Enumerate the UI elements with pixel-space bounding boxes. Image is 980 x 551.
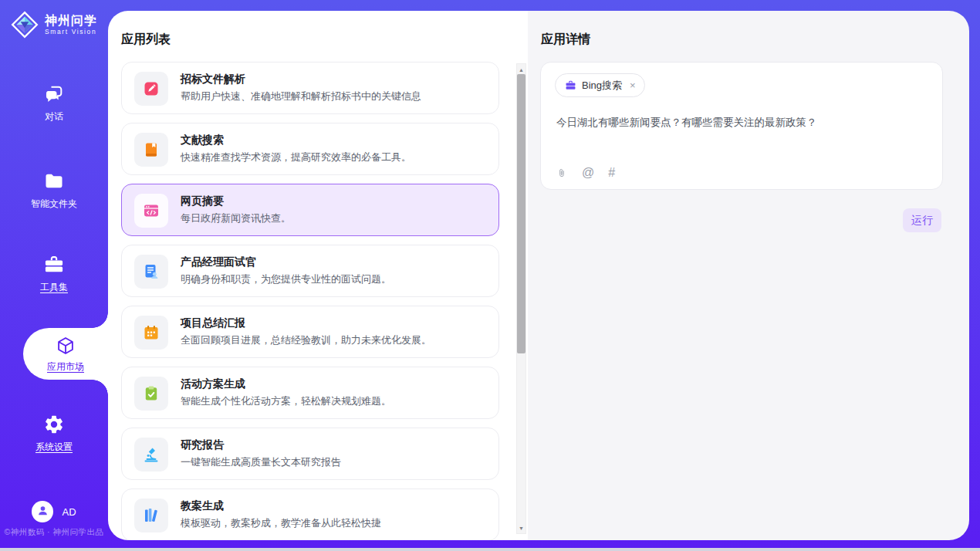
sidebar-item-系统设置[interactable]: 系统设置: [0, 414, 108, 454]
app-detail-title: 应用详情: [541, 32, 590, 48]
books-icon: [134, 499, 168, 532]
sidebar-item-label: 工具集: [40, 281, 68, 294]
app-list-item[interactable]: 项目总结汇报 全面回顾项目进展，总结经验教训，助力未来优化发展。: [121, 306, 499, 358]
research-icon: [134, 438, 168, 472]
bid-document-icon: [134, 72, 168, 106]
at-icon[interactable]: @: [582, 167, 594, 179]
sidebar-item-工具集[interactable]: 工具集: [0, 254, 108, 294]
prompt-text[interactable]: 今日湖北有哪些新闻要点？有哪些需要关注的最新政策？: [556, 115, 930, 130]
app-name: 招标文件解析: [181, 73, 245, 86]
app-list-item[interactable]: 产品经理面试官 明确身份和职责，为您提供专业性的面试问题。: [121, 245, 499, 297]
avatar[interactable]: [32, 501, 53, 522]
main-content: 应用列表 招标文件解析 帮助用户快速、准确地理解和解析招标书中的关键信息 文献搜…: [108, 11, 969, 540]
paperclip-icon[interactable]: [556, 167, 568, 179]
scroll-down-icon[interactable]: ▼: [517, 523, 525, 532]
app-name: 研究报告: [181, 438, 224, 452]
sidebar-item-label: 智能文件夹: [31, 198, 77, 211]
sidebar-item-智能文件夹[interactable]: 智能文件夹: [0, 171, 108, 211]
app-name: 活动方案生成: [181, 377, 245, 391]
hash-icon[interactable]: #: [608, 167, 615, 179]
app-detail-panel: 应用详情 Bing搜索 × 今日湖北有哪些新闻要点？有哪些需要关注的最新政策？ …: [528, 11, 969, 540]
web-page-icon: [134, 194, 168, 228]
sidebar-item-label: 系统设置: [35, 441, 73, 454]
app-list-item[interactable]: 教案生成 模板驱动，教案秒成，教学准备从此轻松快捷: [121, 488, 499, 540]
app-description: 一键智能生成高质量长文本研究报告: [181, 455, 341, 469]
app-description: 智能生成个性化活动方案，轻松解决规划难题。: [181, 394, 391, 408]
app-list-panel: 应用列表 招标文件解析 帮助用户快速、准确地理解和解析招标书中的关键信息 文献搜…: [108, 11, 528, 540]
sidebar-item-对话[interactable]: 对话: [0, 83, 108, 123]
toolbox-icon: [43, 254, 65, 276]
app-list-item[interactable]: 文献搜索 快速精准查找学术资源，提高研究效率的必备工具。: [121, 123, 499, 175]
app-name: 教案生成: [181, 499, 224, 513]
app-name: 网页摘要: [181, 194, 224, 208]
scrollbar-thumb[interactable]: [517, 74, 525, 353]
app-description: 全面回顾项目进展，总结经验教训，助力未来优化发展。: [181, 333, 431, 347]
scroll-up-icon[interactable]: ▲: [517, 65, 525, 74]
cube-icon: [55, 335, 76, 357]
book-icon: [134, 133, 168, 167]
user-initials: AD: [62, 506, 76, 518]
copyright-text: ©神州数码 · 神州问学出品: [0, 527, 108, 538]
app-description: 明确身份和职责，为您提供专业性的面试问题。: [181, 272, 391, 286]
gear-icon: [43, 414, 65, 435]
scrollbar[interactable]: ▲ ▼: [516, 63, 526, 534]
clipboard-check-icon: [134, 377, 168, 411]
app-name: 产品经理面试官: [181, 255, 256, 269]
app-list-item[interactable]: 研究报告 一键智能生成高质量长文本研究报告: [121, 428, 499, 480]
sidebar-item-label: 对话: [45, 110, 63, 123]
app-list-title: 应用列表: [121, 32, 171, 48]
sidebar-item-应用市场[interactable]: 应用市场: [23, 328, 108, 380]
app-description: 模板驱动，教案秒成，教学准备从此轻松快捷: [181, 516, 381, 530]
app-shell: 神州问学 Smart Vision 对话 智能文件夹 工具集 应用市场 系统设置…: [0, 0, 980, 548]
calendar-icon: [134, 316, 168, 350]
attachment-toolbar: @ #: [556, 167, 615, 179]
app-list-item[interactable]: 招标文件解析 帮助用户快速、准确地理解和解析招标书中的关键信息: [121, 62, 499, 114]
app-description: 每日政府新闻资讯快查。: [181, 211, 291, 225]
interview-icon: [134, 255, 168, 289]
user-row[interactable]: AD: [0, 501, 108, 522]
chip-close-icon[interactable]: ×: [630, 79, 636, 91]
briefcase-icon: [565, 79, 576, 91]
app-description: 快速精准查找学术资源，提高研究效率的必备工具。: [181, 150, 411, 164]
app-list-item[interactable]: 网页摘要 每日政府新闻资讯快查。: [121, 184, 499, 236]
app-name: 文献搜索: [181, 134, 224, 147]
tool-chip[interactable]: Bing搜索 ×: [555, 73, 645, 97]
prompt-card: Bing搜索 × 今日湖北有哪些新闻要点？有哪些需要关注的最新政策？ @ #: [540, 62, 943, 190]
tool-chip-label: Bing搜索: [582, 79, 622, 93]
person-icon: [36, 504, 49, 520]
app-name: 项目总结汇报: [181, 316, 245, 330]
sidebar-nav: 对话 智能文件夹 工具集 应用市场 系统设置: [0, 0, 108, 548]
run-button[interactable]: 运行: [903, 208, 941, 232]
sidebar: 神州问学 Smart Vision 对话 智能文件夹 工具集 应用市场 系统设置…: [0, 0, 108, 548]
sidebar-item-label: 应用市场: [47, 360, 84, 374]
chat-icon: [43, 83, 65, 105]
folder-icon: [43, 171, 65, 192]
app-list-item[interactable]: 活动方案生成 智能生成个性化活动方案，轻松解决规划难题。: [121, 367, 499, 419]
app-list: 招标文件解析 帮助用户快速、准确地理解和解析招标书中的关键信息 文献搜索 快速精…: [121, 62, 499, 540]
app-description: 帮助用户快速、准确地理解和解析招标书中的关键信息: [181, 90, 421, 103]
